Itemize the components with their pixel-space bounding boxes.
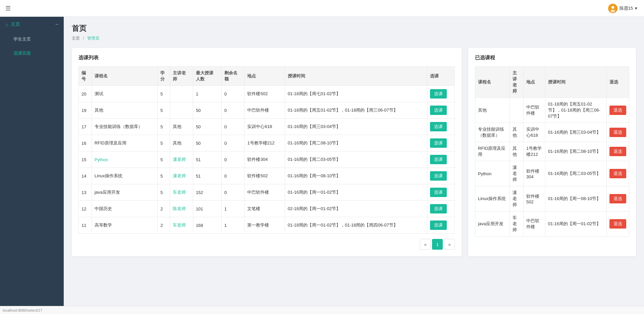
select-btn[interactable]: 选课 (430, 155, 447, 164)
cell-id: 19 (79, 102, 92, 119)
user-info[interactable]: 陈霞15 ▾ (608, 4, 637, 13)
sel-cell-location: 中巴软件楼 (524, 98, 545, 123)
table-row: Linux操作系统 潇老师 软件楼502 01-16周的【周一08-10节】 退… (475, 186, 629, 211)
sel-cell-btn[interactable]: 退选 (606, 211, 629, 237)
cell-teacher: 车老师 (170, 184, 193, 201)
sel-cell-time: 01-16周的【周一01-02节】 (545, 211, 606, 237)
cell-credit: 2 (158, 217, 170, 234)
cell-credit: 5 (158, 119, 170, 135)
cell-location: 软件楼304 (245, 151, 285, 168)
sidebar: ⌂ 主页 − 学生主页 选课页面 (0, 17, 64, 306)
cell-location: 实训中心618 (245, 119, 285, 135)
col-name: 课程名 (92, 67, 158, 86)
col-time: 授课时间 (285, 67, 427, 86)
cell-name: 测试 (92, 86, 158, 102)
cell-btn[interactable]: 选课 (427, 102, 454, 119)
sel-cell-time: 01-16周的【周三03-04节】 (545, 123, 606, 142)
deselect-btn[interactable]: 退选 (609, 169, 626, 178)
sidebar-home-label: 主页 (11, 21, 20, 27)
table-row: 19 其他 5 50 0 中巴软件楼 01-18周的【周五01-02节】，01-… (79, 102, 455, 119)
cell-btn[interactable]: 选课 (427, 168, 454, 184)
breadcrumb-home[interactable]: 主页 (72, 36, 80, 41)
sel-cell-location: 软件楼304 (524, 161, 545, 186)
status-url: localhost:8080/select/17 (3, 308, 42, 312)
cell-btn[interactable]: 选课 (427, 217, 454, 234)
cell-location: 中巴软件楼 (245, 102, 285, 119)
prev-page-btn[interactable]: « (420, 239, 431, 250)
cell-remaining: 1 (221, 201, 245, 217)
cell-btn[interactable]: 选课 (427, 201, 454, 217)
cell-btn[interactable]: 选课 (427, 135, 454, 151)
page-1-btn[interactable]: 1 (432, 239, 443, 250)
cell-time: 01-18周的【周一01-02节】，01-18周的【周四06-07节】 (285, 217, 427, 234)
sel-cell-name: 其他 (475, 98, 510, 123)
sel-cell-btn[interactable]: 退选 (606, 98, 629, 123)
cell-remaining: 0 (221, 151, 245, 168)
sel-cell-btn[interactable]: 退选 (606, 142, 629, 161)
select-btn[interactable]: 选课 (430, 221, 447, 230)
cell-teacher (170, 102, 193, 119)
cell-teacher: 其他 (170, 135, 193, 151)
col-remaining: 剩余名额 (221, 67, 245, 86)
cell-teacher: 车老师 (170, 217, 193, 234)
cell-teacher: 陈老师 (170, 201, 193, 217)
sel-cell-location: 1号教学楼212 (524, 142, 545, 161)
deselect-btn[interactable]: 退选 (609, 147, 626, 156)
cell-time: 01-16周的【周二03-05节】 (285, 151, 427, 168)
next-page-btn[interactable]: » (444, 239, 455, 250)
cell-credit: 5 (158, 86, 170, 102)
cell-name: Linux操作系统 (92, 168, 158, 184)
cell-name: 中国历史 (92, 201, 158, 217)
cell-max: 101 (193, 201, 221, 217)
cell-teacher: 潇老师 (170, 151, 193, 168)
sel-cell-btn[interactable]: 退选 (606, 123, 629, 142)
cell-time: 01-18周的【周七01-02节】 (285, 86, 427, 102)
sidebar-item-student[interactable]: 学生主页 (0, 32, 64, 46)
layout: ⌂ 主页 − 学生主页 选课页面 首页 主页 / 管理员 选课列表 (0, 17, 644, 306)
cell-remaining: 0 (221, 168, 245, 184)
select-btn[interactable]: 选课 (430, 122, 447, 131)
table-row: 16 RFID原理及应用 5 其他 50 0 1号教学楼212 01-16周的【… (79, 135, 455, 151)
deselect-btn[interactable]: 退选 (609, 219, 626, 229)
cell-btn[interactable]: 选课 (427, 119, 454, 135)
cell-remaining: 0 (221, 184, 245, 201)
sidebar-item-home[interactable]: ⌂ 主页 − (0, 17, 64, 32)
table-row: 其他 中巴软件楼 01-18周的【周五01-02节】，01-18周的【周三06-… (475, 98, 629, 123)
selected-header-row: 课程名 主讲老师 地点 授课时间 退选 (475, 67, 629, 98)
home-icon: ⌂ (5, 22, 8, 27)
cell-time: 01-16周的【周一08-10节】 (285, 168, 427, 184)
select-btn[interactable]: 选课 (430, 204, 447, 213)
select-btn[interactable]: 选课 (430, 106, 447, 115)
sel-cell-name: java应用开发 (475, 211, 510, 237)
cell-teacher (170, 86, 193, 102)
topbar: ☰ 陈霞15 ▾ (0, 0, 644, 17)
col-id: 编号 (79, 67, 92, 86)
breadcrumb-current: 管理员 (87, 36, 99, 41)
menu-icon[interactable]: ☰ (5, 5, 11, 12)
pagination: « 1 » (78, 239, 455, 250)
sel-cell-time: 01-16周的【周二08-10节】 (545, 142, 606, 161)
deselect-btn[interactable]: 退选 (609, 106, 626, 115)
deselect-btn[interactable]: 退选 (609, 128, 626, 137)
sel-cell-name: Python (475, 161, 510, 186)
select-btn[interactable]: 选课 (430, 89, 447, 99)
cell-btn[interactable]: 选课 (427, 151, 454, 168)
sel-cell-teacher: 潇老师 (509, 161, 523, 186)
select-btn[interactable]: 选课 (430, 188, 447, 197)
breadcrumb-sep: / (83, 36, 84, 41)
sel-cell-btn[interactable]: 退选 (606, 161, 629, 186)
select-btn[interactable]: 选课 (430, 138, 447, 148)
sel-col-location: 地点 (524, 67, 545, 98)
sidebar-item-select-course[interactable]: 选课页面 (0, 46, 64, 60)
select-btn[interactable]: 选课 (430, 171, 447, 181)
deselect-btn[interactable]: 退选 (609, 194, 626, 203)
table-row: 13 java应用开发 5 车老师 152 0 中巴软件楼 01-16周的【周一… (79, 184, 455, 201)
sel-cell-btn[interactable]: 退选 (606, 186, 629, 211)
main-content: 首页 主页 / 管理员 选课列表 编号 课程名 学分 主讲老师 最大授课人数 (64, 17, 644, 306)
course-list-card: 选课列表 编号 课程名 学分 主讲老师 最大授课人数 剩余名额 地点 授课时间 … (72, 48, 462, 256)
cell-max: 50 (193, 102, 221, 119)
cell-btn[interactable]: 选课 (427, 184, 454, 201)
page-title: 首页 (72, 23, 636, 34)
sel-cell-time: 01-18周的【周五01-02节】，01-18周的【周三06-07节】 (545, 98, 606, 123)
cell-btn[interactable]: 选课 (427, 86, 454, 102)
